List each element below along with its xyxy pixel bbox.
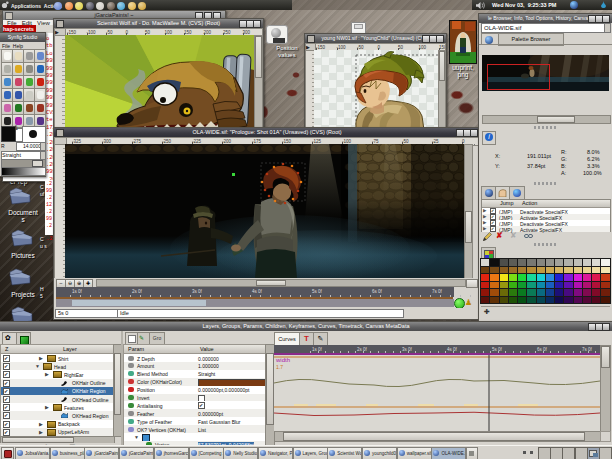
svg-text:1.7: 1.7 (276, 364, 283, 370)
svg-text:width: width (275, 357, 290, 363)
